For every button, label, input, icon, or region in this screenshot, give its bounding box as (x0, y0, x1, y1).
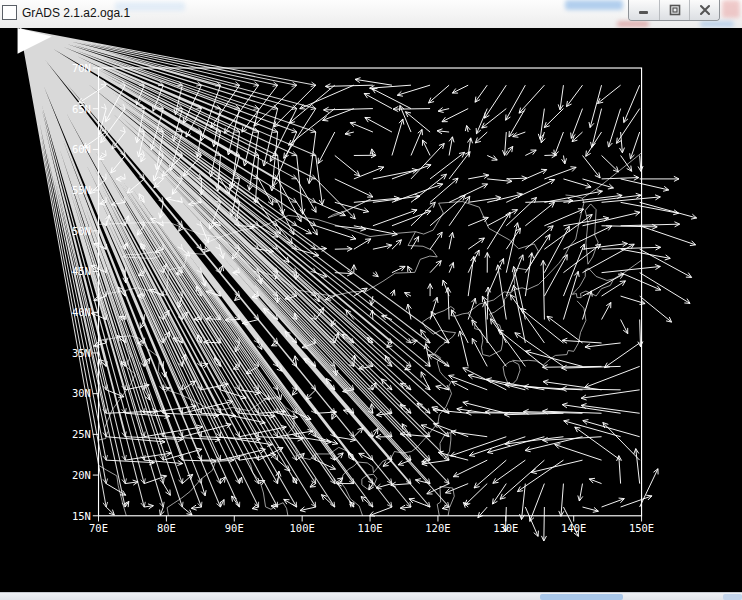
glass-smudge (722, 0, 740, 18)
x-tick-label: 150E (629, 522, 654, 534)
x-tick-label: 70E (89, 522, 108, 534)
vector-plot: 70E80E90E100E110E120E130E140E150E15N20N2… (0, 28, 742, 592)
x-tick-label: 100E (290, 522, 315, 534)
glass-smudge (565, 0, 623, 10)
plot-canvas: 70E80E90E100E110E120E130E140E150E15N20N2… (0, 28, 742, 592)
close-button[interactable] (689, 0, 719, 20)
taskbar-item (540, 594, 623, 600)
titlebar[interactable]: GrADS 2.1.a2.oga.1 (0, 0, 742, 28)
close-icon (699, 4, 711, 16)
x-tick-label: 110E (357, 522, 382, 534)
glass-smudge (700, 21, 734, 27)
minimize-icon (638, 4, 650, 16)
restore-button[interactable] (659, 0, 689, 20)
taskbar-item (723, 594, 742, 600)
window-title: GrADS 2.1.a2.oga.1 (22, 6, 130, 20)
x-tick-label: 80E (157, 522, 176, 534)
window-controls (628, 0, 720, 21)
desktop-taskbar-strip (0, 592, 742, 600)
restore-icon (669, 4, 681, 16)
y-tick-label: 15N (72, 510, 91, 522)
y-tick-label: 25N (72, 428, 91, 440)
grads-window-icon (2, 5, 17, 20)
x-tick-label: 90E (225, 522, 244, 534)
glass-smudge (617, 21, 649, 27)
minimize-button[interactable] (629, 0, 659, 20)
grads-window: GrADS 2.1.a2.oga.1 70E80E90E100E110E120 (0, 0, 742, 600)
x-tick-label: 120E (425, 522, 450, 534)
y-tick-label: 20N (72, 469, 91, 481)
